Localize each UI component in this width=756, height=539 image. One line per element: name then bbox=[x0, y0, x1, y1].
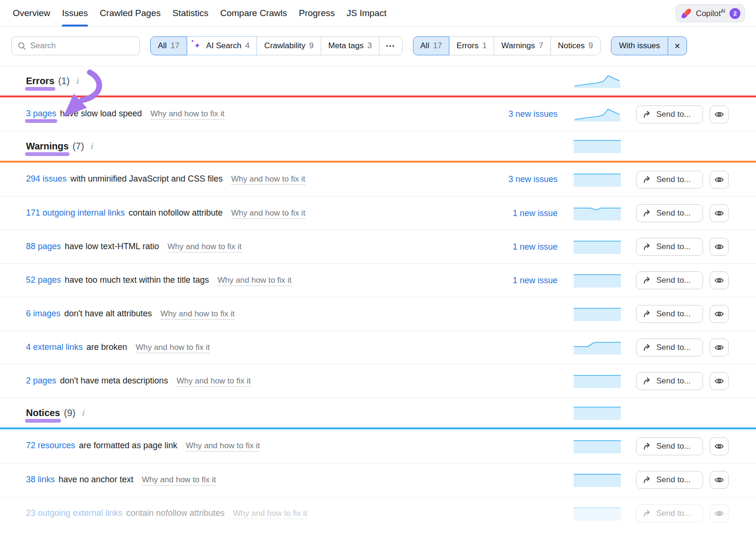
filter-tab-notices[interactable]: Notices 9 bbox=[550, 36, 601, 55]
more-filters-button[interactable]: ••• bbox=[379, 36, 403, 55]
filter-tab-errors[interactable]: Errors 1 bbox=[449, 36, 494, 55]
issue-count-link[interactable]: 294 issues bbox=[26, 174, 67, 184]
send-to-button[interactable]: Send to... bbox=[636, 204, 703, 222]
remove-filter-button[interactable]: ✕ bbox=[668, 37, 687, 55]
trend-sparkline bbox=[574, 107, 621, 122]
issue-count-link[interactable]: 52 pages bbox=[26, 275, 61, 285]
trend-sparkline bbox=[574, 374, 621, 388]
send-to-button[interactable]: Send to... bbox=[636, 238, 703, 256]
filter-tab-all-categories[interactable]: All 17 bbox=[150, 36, 187, 55]
new-issues-link[interactable]: 3 new issues bbox=[477, 174, 558, 184]
nav-tab-compare-crawls[interactable]: Compare Crawls bbox=[220, 0, 287, 26]
view-issue-button[interactable] bbox=[710, 339, 729, 356]
issue-row: 52 pages have too much text within the t… bbox=[0, 263, 756, 297]
section-count: (7) bbox=[72, 141, 84, 152]
main-nav: Overview Issues Crawled Pages Statistics… bbox=[13, 0, 387, 26]
issue-count-link[interactable]: 3 pages bbox=[26, 109, 56, 119]
issue-description: have no anchor text bbox=[59, 475, 133, 485]
trend-sparkline bbox=[574, 506, 621, 521]
view-issue-button[interactable] bbox=[710, 238, 729, 256]
new-issues-link[interactable]: 1 new issue bbox=[477, 242, 558, 252]
send-to-button[interactable]: Send to... bbox=[636, 471, 703, 489]
view-issue-button[interactable] bbox=[710, 372, 729, 390]
send-to-button[interactable]: Send to... bbox=[636, 372, 703, 390]
issue-row: 38 links have no anchor text Why and how… bbox=[0, 463, 756, 496]
view-issue-button[interactable] bbox=[710, 305, 729, 323]
issue-count-link[interactable]: 2 pages bbox=[26, 376, 56, 386]
why-how-to-fix-link[interactable]: Why and how to fix it bbox=[161, 309, 235, 320]
send-to-button[interactable]: Send to... bbox=[636, 271, 703, 289]
section-count: (9) bbox=[64, 408, 75, 418]
why-how-to-fix-link[interactable]: Why and how to fix it bbox=[231, 209, 305, 219]
issue-count-link[interactable]: 38 links bbox=[26, 475, 55, 485]
why-how-to-fix-link[interactable]: Why and how to fix it bbox=[233, 509, 307, 519]
info-icon[interactable]: i bbox=[76, 76, 78, 86]
eye-icon bbox=[714, 243, 724, 250]
issue-count-link[interactable]: 23 outgoing external links bbox=[26, 508, 122, 518]
why-how-to-fix-link[interactable]: Why and how to fix it bbox=[186, 441, 260, 452]
issue-description: are formatted as page link bbox=[79, 441, 177, 451]
nav-tab-overview[interactable]: Overview bbox=[13, 0, 50, 26]
with-issues-filter-chip[interactable]: With issues ✕ bbox=[611, 36, 687, 55]
eye-icon bbox=[714, 277, 724, 284]
nav-tab-progress[interactable]: Progress bbox=[299, 0, 335, 26]
send-to-button[interactable]: Send to... bbox=[636, 305, 703, 323]
issue-description: don't have meta descriptions bbox=[60, 376, 168, 386]
send-arrow-icon bbox=[643, 476, 652, 484]
info-icon[interactable]: i bbox=[82, 408, 84, 417]
why-how-to-fix-link[interactable]: Why and how to fix it bbox=[136, 343, 210, 353]
filter-tab-ai-search[interactable]: ✦✦ AI Search 4 bbox=[187, 36, 258, 55]
issue-row: 72 resources are formatted as page link … bbox=[0, 429, 756, 463]
send-to-button[interactable]: Send to... bbox=[636, 437, 703, 455]
issue-section: Errors (1) i 3 pages have slow load spee… bbox=[0, 66, 756, 131]
nav-tab-crawled-pages[interactable]: Crawled Pages bbox=[100, 0, 161, 26]
issue-count-link[interactable]: 72 resources bbox=[26, 441, 75, 451]
search-input[interactable] bbox=[30, 41, 134, 51]
view-issue-button[interactable] bbox=[710, 105, 729, 123]
why-how-to-fix-link[interactable]: Why and how to fix it bbox=[150, 109, 224, 120]
issue-count-link[interactable]: 88 pages bbox=[26, 242, 61, 252]
view-issue-button[interactable] bbox=[710, 271, 729, 289]
nav-tab-statistics[interactable]: Statistics bbox=[172, 0, 208, 26]
why-how-to-fix-link[interactable]: Why and how to fix it bbox=[142, 475, 216, 486]
why-how-to-fix-link[interactable]: Why and how to fix it bbox=[167, 242, 241, 252]
nav-tab-issues[interactable]: Issues bbox=[62, 0, 88, 26]
section-title: Warnings bbox=[26, 141, 69, 152]
new-issues-link[interactable]: 1 new issue bbox=[477, 276, 558, 286]
sparkles-icon: ✦✦ bbox=[194, 42, 200, 50]
view-issue-button[interactable] bbox=[710, 171, 729, 189]
trend-sparkline bbox=[574, 406, 621, 420]
view-issue-button[interactable] bbox=[710, 204, 729, 222]
issue-count-link[interactable]: 171 outgoing internal links bbox=[26, 208, 125, 218]
new-issues-link[interactable]: 1 new issue bbox=[477, 209, 558, 218]
filter-tab-meta-tags[interactable]: Meta tags 3 bbox=[321, 36, 379, 55]
issue-count-link[interactable]: 6 images bbox=[26, 309, 60, 319]
why-how-to-fix-link[interactable]: Why and how to fix it bbox=[177, 376, 251, 387]
send-to-button[interactable]: Send to... bbox=[636, 504, 703, 522]
send-to-button[interactable]: Send to... bbox=[636, 171, 703, 189]
nav-tab-js-impact[interactable]: JS Impact bbox=[347, 0, 387, 26]
info-icon[interactable]: i bbox=[90, 141, 93, 151]
issue-description: have too much text within the title tags bbox=[65, 275, 209, 285]
filter-tab-all-severity[interactable]: All 17 bbox=[413, 36, 450, 55]
send-arrow-icon bbox=[643, 510, 652, 517]
send-arrow-icon bbox=[643, 277, 652, 284]
send-to-button[interactable]: Send to... bbox=[636, 339, 703, 356]
eye-icon bbox=[714, 477, 724, 483]
eye-icon bbox=[714, 210, 724, 217]
why-how-to-fix-link[interactable]: Why and how to fix it bbox=[217, 276, 292, 286]
issue-count-link[interactable]: 4 external links bbox=[26, 342, 83, 352]
view-issue-button[interactable] bbox=[710, 504, 729, 522]
trend-sparkline bbox=[574, 439, 621, 453]
view-issue-button[interactable] bbox=[710, 437, 729, 455]
issue-description: with unminified JavaScript and CSS files bbox=[70, 174, 223, 184]
new-issues-link[interactable]: 3 new issues bbox=[477, 109, 558, 119]
trend-sparkline bbox=[574, 273, 621, 287]
trend-sparkline bbox=[574, 139, 621, 153]
view-issue-button[interactable] bbox=[710, 471, 729, 489]
copilot-button[interactable]: CopilotAI 2 bbox=[676, 4, 745, 22]
filter-tab-crawlability[interactable]: Crawlability 9 bbox=[257, 36, 321, 55]
filter-tab-warnings[interactable]: Warnings 7 bbox=[494, 36, 551, 55]
send-to-button[interactable]: Send to... bbox=[636, 105, 703, 123]
why-how-to-fix-link[interactable]: Why and how to fix it bbox=[231, 174, 305, 185]
